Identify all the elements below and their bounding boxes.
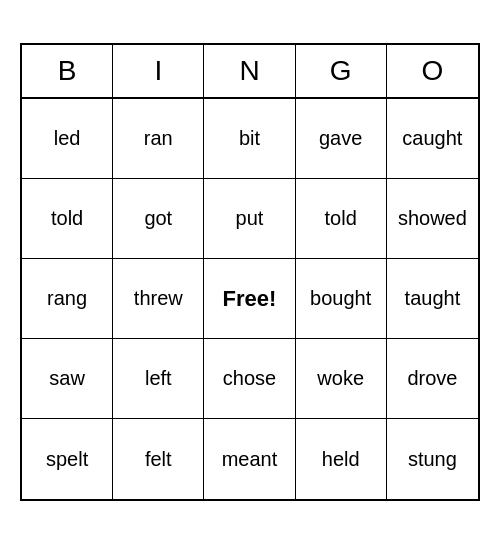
cell-r5-c5[interactable]: stung — [387, 419, 478, 499]
cell-r5-c1[interactable]: spelt — [22, 419, 113, 499]
cell-r1-c5[interactable]: caught — [387, 99, 478, 179]
cell-r5-c4[interactable]: held — [296, 419, 387, 499]
cell-r1-c3[interactable]: bit — [204, 99, 295, 179]
cell-r1-c4[interactable]: gave — [296, 99, 387, 179]
cell-r2-c5[interactable]: showed — [387, 179, 478, 259]
cell-r1-c2[interactable]: ran — [113, 99, 204, 179]
cell-r4-c5[interactable]: drove — [387, 339, 478, 419]
cell-r3-c2[interactable]: threw — [113, 259, 204, 339]
cell-free[interactable]: Free! — [204, 259, 295, 339]
bingo-grid: led ran bit gave caught told got put tol… — [22, 99, 478, 499]
cell-r2-c1[interactable]: told — [22, 179, 113, 259]
cell-r5-c2[interactable]: felt — [113, 419, 204, 499]
cell-r5-c3[interactable]: meant — [204, 419, 295, 499]
cell-r1-c1[interactable]: led — [22, 99, 113, 179]
header-n: N — [204, 45, 295, 97]
header-o: O — [387, 45, 478, 97]
header-b: B — [22, 45, 113, 97]
cell-r2-c2[interactable]: got — [113, 179, 204, 259]
header-i: I — [113, 45, 204, 97]
cell-r4-c1[interactable]: saw — [22, 339, 113, 419]
cell-r2-c4[interactable]: told — [296, 179, 387, 259]
cell-r3-c1[interactable]: rang — [22, 259, 113, 339]
cell-r3-c5[interactable]: taught — [387, 259, 478, 339]
cell-r4-c4[interactable]: woke — [296, 339, 387, 419]
cell-r2-c3[interactable]: put — [204, 179, 295, 259]
bingo-header: B I N G O — [22, 45, 478, 99]
header-g: G — [296, 45, 387, 97]
cell-r4-c3[interactable]: chose — [204, 339, 295, 419]
cell-r4-c2[interactable]: left — [113, 339, 204, 419]
bingo-card: B I N G O led ran bit gave caught told g… — [20, 43, 480, 501]
cell-r3-c4[interactable]: bought — [296, 259, 387, 339]
